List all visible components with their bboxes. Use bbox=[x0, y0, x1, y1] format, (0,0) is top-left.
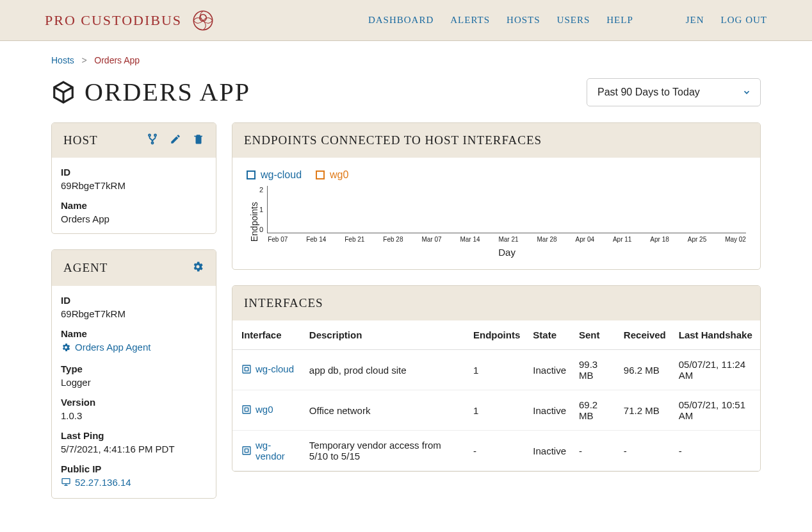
table-row: wg-vendorTemporary vendor access from 5/… bbox=[232, 431, 760, 471]
nav-dashboard[interactable]: DASHBOARD bbox=[368, 15, 434, 26]
nav-help[interactable]: HELP bbox=[606, 15, 633, 26]
breadcrumb-current: Orders App bbox=[94, 55, 140, 65]
cell-endpoints: - bbox=[467, 431, 526, 471]
agent-lastping-value: 5/7/2021, 4:41:16 PM PDT bbox=[61, 444, 207, 454]
agent-name-label: Name bbox=[61, 328, 207, 339]
agent-panel: AGENT ID 69RbgeT7kRM Name Orders App bbox=[51, 249, 216, 499]
svg-rect-11 bbox=[245, 449, 248, 452]
nav: DASHBOARD ALERTS HOSTS USERS HELP JEN LO… bbox=[368, 15, 767, 26]
breadcrumb: Hosts > Orders App bbox=[51, 47, 761, 77]
square-icon bbox=[316, 170, 325, 179]
chart-ylabel: Endpoints bbox=[247, 202, 259, 242]
svg-point-2 bbox=[149, 135, 150, 137]
agent-ip-label: Public IP bbox=[61, 463, 207, 474]
cell-sent: 69.2 MB bbox=[572, 390, 617, 431]
svg-rect-8 bbox=[243, 406, 250, 413]
agent-panel-title: AGENT bbox=[63, 261, 108, 275]
trash-icon[interactable] bbox=[193, 133, 204, 147]
agent-lastping-label: Last Ping bbox=[61, 430, 207, 441]
cell-description: Office network bbox=[303, 390, 467, 431]
host-name-value: Orders App bbox=[61, 213, 207, 224]
brand: PRO CUSTODIBUS bbox=[45, 7, 216, 34]
table-body: wg-cloudapp db, prod cloud site1Inactive… bbox=[232, 350, 760, 471]
svg-rect-9 bbox=[245, 408, 248, 411]
svg-point-4 bbox=[152, 142, 154, 144]
cell-endpoints: 1 bbox=[467, 350, 526, 390]
chart-legend: wg-cloud wg0 bbox=[232, 158, 760, 186]
interface-link[interactable]: wg0 bbox=[241, 404, 273, 415]
host-panel: HOST ID bbox=[51, 122, 216, 234]
gear-icon[interactable] bbox=[191, 260, 204, 276]
interfaces-table: InterfaceDescriptionEndpointsStateSentRe… bbox=[232, 320, 760, 471]
chart-xticks: Feb 07Feb 14Feb 21Feb 28Mar 07Mar 14Mar … bbox=[268, 233, 746, 243]
topbar: PRO CUSTODIBUS DASHBOARD ALERTS HOSTS US… bbox=[0, 0, 812, 41]
svg-point-3 bbox=[154, 135, 156, 137]
cell-description: Temporary vendor access from 5/10 to 5/1… bbox=[303, 431, 467, 471]
agent-type-value: Logger bbox=[61, 377, 207, 388]
cell-description: app db, prod cloud site bbox=[303, 350, 467, 390]
nav-users[interactable]: USERS bbox=[557, 15, 590, 26]
nav-user[interactable]: JEN bbox=[686, 15, 704, 26]
square-icon bbox=[247, 170, 256, 179]
edit-icon[interactable] bbox=[170, 133, 181, 147]
table-header: Sent bbox=[572, 320, 617, 350]
table-header: Interface bbox=[232, 320, 303, 350]
cell-state: Inactive bbox=[526, 431, 572, 471]
host-id-value: 69RbgeT7kRM bbox=[61, 180, 207, 191]
agent-ip-link[interactable]: 52.27.136.14 bbox=[61, 477, 131, 488]
agent-type-label: Type bbox=[61, 363, 207, 374]
interfaces-panel-title: INTERFACES bbox=[244, 296, 323, 310]
cell-received: - bbox=[617, 431, 672, 471]
svg-rect-5 bbox=[62, 479, 70, 484]
agent-version-value: 1.0.3 bbox=[61, 410, 207, 421]
cell-handshake: 05/07/21, 11:24 AM bbox=[672, 350, 760, 390]
table-header: Endpoints bbox=[467, 320, 526, 350]
table-header: Received bbox=[617, 320, 672, 350]
cell-received: 71.2 MB bbox=[617, 390, 672, 431]
chart-xlabel: Day bbox=[268, 243, 746, 258]
endpoints-panel-title: ENDPOINTS CONNECTED TO HOST INTERFACES bbox=[244, 133, 542, 147]
host-name-label: Name bbox=[61, 200, 207, 211]
interfaces-panel: INTERFACES InterfaceDescriptionEndpoints… bbox=[232, 285, 761, 472]
interface-link[interactable]: wg-vendor bbox=[241, 440, 296, 461]
cell-received: 96.2 MB bbox=[617, 350, 672, 390]
svg-rect-7 bbox=[245, 367, 248, 370]
endpoints-panel: ENDPOINTS CONNECTED TO HOST INTERFACES w… bbox=[232, 122, 761, 270]
cube-icon bbox=[51, 80, 76, 104]
agent-name-link[interactable]: Orders App Agent bbox=[61, 342, 150, 353]
cell-state: Inactive bbox=[526, 350, 572, 390]
cell-sent: - bbox=[572, 431, 617, 471]
cell-endpoints: 1 bbox=[467, 390, 526, 431]
nav-logout[interactable]: LOG OUT bbox=[721, 15, 767, 26]
date-range-select[interactable]: Past 90 Days to Today bbox=[587, 78, 761, 106]
table-header-row: InterfaceDescriptionEndpointsStateSentRe… bbox=[232, 320, 760, 350]
agent-id-value: 69RbgeT7kRM bbox=[61, 308, 207, 319]
brand-text: PRO CUSTODIBUS bbox=[45, 12, 182, 29]
cell-sent: 99.3 MB bbox=[572, 350, 617, 390]
cell-state: Inactive bbox=[526, 390, 572, 431]
chart: Endpoints 210 Feb 07Feb 14Feb 21Feb 28Ma… bbox=[232, 186, 760, 269]
host-id-label: ID bbox=[61, 167, 207, 178]
table-header: State bbox=[526, 320, 572, 350]
cell-handshake: - bbox=[672, 431, 760, 471]
table-header: Description bbox=[303, 320, 467, 350]
breadcrumb-root[interactable]: Hosts bbox=[51, 55, 74, 65]
agent-version-label: Version bbox=[61, 397, 207, 408]
svg-rect-6 bbox=[243, 365, 250, 373]
cell-handshake: 05/07/21, 10:51 AM bbox=[672, 390, 760, 431]
interface-link[interactable]: wg-cloud bbox=[241, 363, 294, 374]
svg-rect-10 bbox=[243, 447, 250, 454]
chart-bars bbox=[268, 186, 746, 233]
table-row: wg0Office network1Inactive69.2 MB71.2 MB… bbox=[232, 390, 760, 431]
page-title: ORDERS APP bbox=[51, 77, 250, 107]
host-panel-title: HOST bbox=[63, 133, 98, 147]
chart-yticks: 210 bbox=[259, 186, 268, 233]
legend-wg0[interactable]: wg0 bbox=[316, 169, 348, 181]
legend-wg-cloud[interactable]: wg-cloud bbox=[247, 169, 302, 181]
nav-alerts[interactable]: ALERTS bbox=[450, 15, 490, 26]
fork-icon[interactable] bbox=[147, 133, 158, 147]
nav-hosts[interactable]: HOSTS bbox=[507, 15, 540, 26]
chevron-down-icon bbox=[742, 88, 751, 99]
brand-logo-icon bbox=[190, 7, 216, 34]
table-header: Last Handshake bbox=[672, 320, 760, 350]
